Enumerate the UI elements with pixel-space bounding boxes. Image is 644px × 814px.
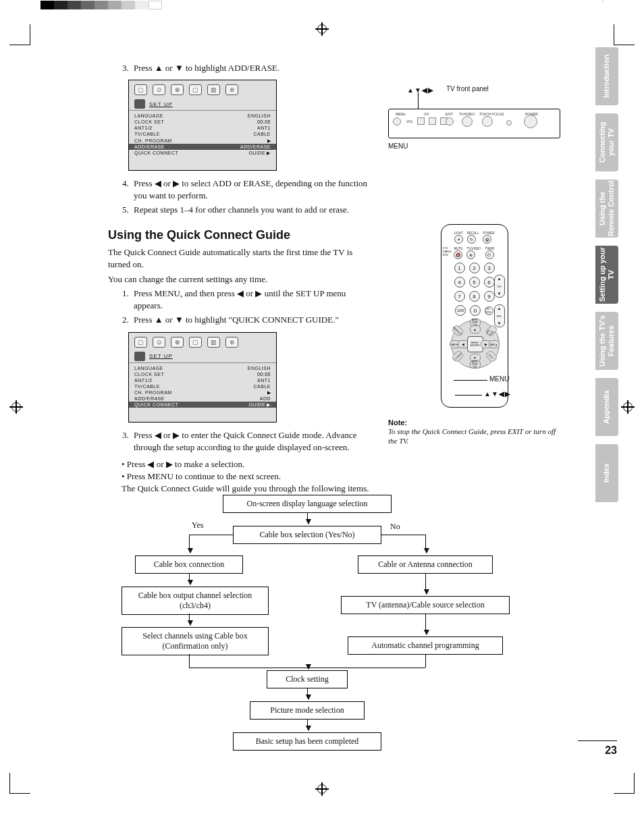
- crop-mark: [614, 24, 635, 45]
- tab-appendix: Appendix: [595, 378, 618, 436]
- tab-features: Using the TV's Features: [595, 312, 618, 370]
- step-1b: Press MENU, and then press ◀ or ▶ until …: [131, 288, 375, 312]
- front-panel-label: TV front panel: [446, 85, 560, 92]
- step-5a: Repeat steps 1–4 for other channels you …: [131, 204, 375, 216]
- remote-nav-callout: ▲▼◀▶: [484, 390, 511, 398]
- crop-mark: [9, 773, 30, 794]
- osd-screenshot-2: ▢⊙⊕▢▥⊛ SET UP LANGUAGEENGLISH CLOCK SET0…: [128, 332, 277, 423]
- section-tabs: Introduction Connecting your TV Using th…: [595, 47, 618, 502]
- step-3c: Press ◀ or ▶ to enter the Quick Connect …: [131, 429, 375, 454]
- grayscale-bar: [41, 1, 162, 9]
- note-title: Note:: [388, 418, 407, 427]
- note-body: To stop the Quick Connect Guide, press E…: [388, 427, 560, 446]
- intro-1: The Quick Connect Guide automatically st…: [108, 246, 375, 270]
- bullet-1: • Press ◀ or ▶ to make a selection.: [122, 458, 375, 470]
- tab-setting-up: Setting up your TV: [595, 246, 618, 304]
- step-3a: Press ▲ or ▼ to highlight ADD/ERASE.: [131, 62, 375, 74]
- bullet-2: • Press MENU to continue to the next scr…: [122, 470, 375, 483]
- step-2b: Press ▲ or ▼ to highlight "QUICK CONNECT…: [131, 314, 375, 326]
- step-4a: Press ◀ or ▶ to select ADD or ERASE, dep…: [131, 178, 375, 202]
- color-bar: [602, 1, 603, 2]
- tab-index: Index: [595, 444, 618, 502]
- crop-mark: [614, 773, 635, 794]
- tab-connecting: Connecting your TV: [595, 113, 618, 171]
- registration-mark: [315, 22, 329, 36]
- remote-menu-callout: MENU: [489, 375, 509, 383]
- followup-text: The Quick Connect Guide will guide you t…: [122, 483, 375, 495]
- tv-front-panel-diagram: MENU VOL CH EXIT TV/VIDEO TOUCH FOCUS PO…: [388, 109, 560, 138]
- menu-label: MENU: [388, 142, 560, 150]
- tab-introduction: Introduction: [595, 47, 618, 105]
- osd-screenshot-1: ▢⊙⊕▢▥⊛ SET UP LANGUAGEENGLISH CLOCK SET0…: [128, 80, 277, 171]
- registration-mark: [9, 400, 23, 414]
- tab-remote: Using the Remote Control: [595, 180, 618, 238]
- registration-mark: [621, 400, 635, 414]
- registration-mark: [315, 782, 329, 796]
- intro-2: You can change the current settings any …: [108, 273, 375, 286]
- page-number: 23: [605, 744, 617, 757]
- crop-mark: [9, 24, 30, 45]
- section-title: Using the Quick Connect Guide: [108, 228, 375, 242]
